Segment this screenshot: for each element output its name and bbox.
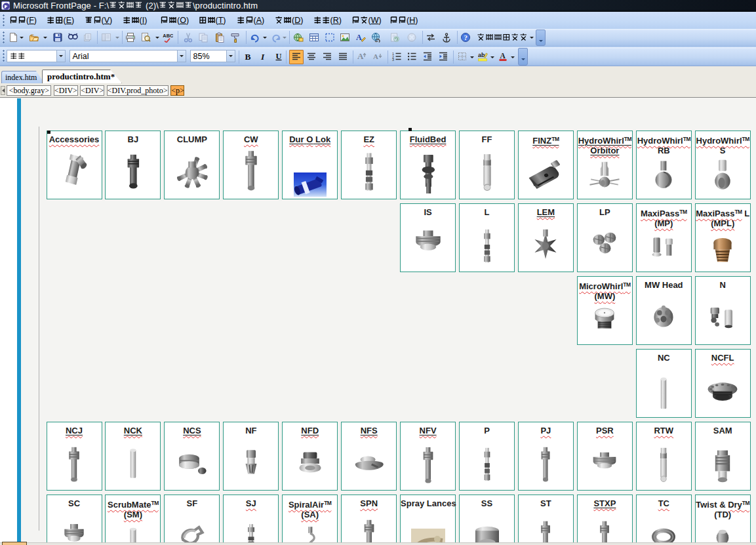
svg-text:B: B — [245, 52, 251, 62]
svg-text:?: ? — [464, 33, 468, 41]
svg-text:A: A — [373, 52, 378, 60]
svg-text:3: 3 — [392, 58, 394, 62]
svg-text:I: I — [260, 52, 265, 62]
svg-text:U: U — [276, 52, 282, 61]
svg-text:A: A — [500, 52, 506, 60]
svg-text:ABC: ABC — [163, 33, 173, 39]
svg-text:A: A — [357, 51, 364, 61]
